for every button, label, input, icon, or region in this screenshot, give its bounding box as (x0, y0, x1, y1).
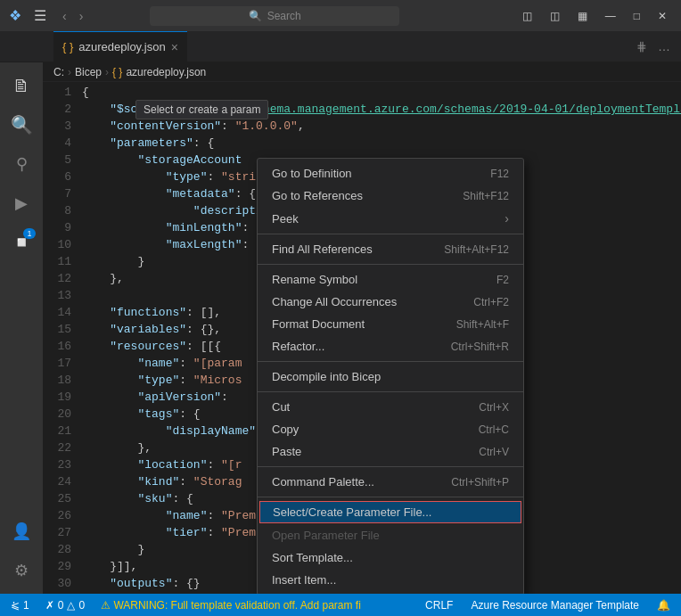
warning-text: ⚠ WARNING: Full template validation off.… (101, 599, 361, 612)
menu-item-goto-references[interactable]: Go to References Shift+F12 (258, 185, 523, 207)
source-control-icon: ⚲ (16, 154, 28, 174)
status-remote[interactable]: ⪁ 1 (7, 594, 33, 616)
close-button[interactable]: ✕ (651, 7, 674, 25)
menu-item-insert-item[interactable]: Insert Item... (258, 569, 523, 591)
status-errors[interactable]: ✗ 0 △ 0 (42, 594, 88, 616)
nav-back-button[interactable]: ‹ (57, 6, 72, 26)
menu-label: Insert Item... (272, 573, 336, 587)
layout-toggle-2[interactable]: ◫ (543, 7, 567, 25)
menu-item-sort-template[interactable]: Sort Template... (258, 546, 523, 569)
menu-item-copy[interactable]: Copy Ctrl+C (258, 418, 523, 440)
breadcrumb-folder[interactable]: Bicep (75, 66, 102, 78)
menu-item-format-document[interactable]: Format Document Shift+Alt+F (258, 313, 523, 335)
title-bar-left: ❖ ☰ ‹ › (7, 5, 88, 26)
hint-text: Select or create a param (144, 103, 260, 116)
activity-item-search[interactable]: 🔍 (5, 109, 37, 141)
menu-separator-6 (258, 497, 523, 497)
search-activity-icon: 🔍 (11, 114, 33, 136)
menu-item-change-all-occurrences[interactable]: Change All Occurrences Ctrl+F2 (258, 291, 523, 313)
menu-separator-4 (258, 391, 523, 392)
menu-separator-5 (258, 466, 523, 467)
settings-icon: ⚙ (14, 561, 29, 580)
menu-item-goto-definition[interactable]: Go to Definition F12 (258, 162, 523, 185)
search-bar[interactable]: 🔍 Search (150, 6, 399, 26)
menu-shortcut: Ctrl+X (479, 401, 509, 414)
code-editor[interactable]: Select or create a param 12345 678910 11… (43, 82, 681, 594)
status-notifications[interactable]: 🔔 (653, 594, 674, 616)
menu-item-peek[interactable]: Peek › (258, 207, 523, 230)
submenu-arrow-icon: › (505, 211, 509, 226)
menu-item-refactor[interactable]: Refactor... Ctrl+Shift+R (258, 335, 523, 357)
split-editor-button[interactable]: ⋕ (633, 37, 651, 55)
title-bar: ❖ ☰ ‹ › 🔍 Search ◫ ◫ ▦ ― □ ✕ (0, 0, 681, 31)
menu-item-rename-symbol[interactable]: Rename Symbol F2 (258, 268, 523, 291)
menu-item-command-palette[interactable]: Command Palette... Ctrl+Shift+P (258, 471, 523, 493)
vscode-logo-icon: ❖ (7, 8, 23, 24)
layout-toggle-3[interactable]: ▦ (570, 7, 595, 25)
menu-label: Sort Template... (272, 551, 353, 564)
menu-shortcut: Shift+F12 (463, 190, 509, 202)
menu-shortcut: Ctrl+C (479, 423, 509, 436)
breadcrumb-file[interactable]: azuredeploy.json (126, 66, 206, 78)
menu-item-find-all-references[interactable]: Find All References Shift+Alt+F12 (258, 238, 523, 260)
search-label: Search (267, 10, 301, 22)
warning-count: 0 (78, 599, 85, 612)
status-bar-left: ⪁ 1 ✗ 0 △ 0 ⚠ WARNING: Full template val… (7, 594, 365, 616)
menu-label: Copy (272, 423, 299, 436)
activity-item-run[interactable]: ▶ (5, 187, 37, 219)
menu-shortcut: Shift+Alt+F (456, 318, 509, 331)
account-icon: 👤 (12, 522, 31, 541)
editor-area: C: › Bicep › { } azuredeploy.json Select… (43, 62, 681, 594)
menu-label: Refactor... (272, 340, 324, 353)
nav-forward-button[interactable]: › (74, 6, 89, 26)
minimize-button[interactable]: ― (598, 7, 623, 25)
title-bar-controls: ◫ ◫ ▦ ― □ ✕ (515, 7, 674, 25)
tab-bar: { } azuredeploy.json × ⋕ … (0, 31, 681, 62)
menu-label: Select/Create Parameter File... (273, 505, 431, 519)
menu-label: Change All Occurrences (272, 295, 397, 308)
menu-shortcut: Ctrl+Shift+P (451, 476, 509, 489)
context-menu: Go to Definition F12 Go to References Sh… (257, 158, 524, 594)
menu-shortcut: Ctrl+F2 (473, 296, 509, 308)
status-encoding[interactable]: CRLF (422, 594, 456, 616)
menu-shortcut: Ctrl+Shift+R (451, 341, 509, 353)
menu-label: Format Document (272, 317, 365, 331)
remote-label: 1 (23, 599, 29, 612)
activity-item-explorer[interactable]: 🗎 (5, 70, 37, 102)
menu-item-select-create-parameter-file[interactable]: Select/Create Parameter File... (259, 501, 521, 523)
activity-item-source-control[interactable]: ⚲ (5, 148, 37, 180)
line-numbers: 12345 678910 1112131415 1617181920 21222… (43, 82, 78, 594)
hamburger-menu-icon[interactable]: ☰ (30, 5, 50, 26)
menu-label: Cut (272, 400, 290, 414)
activity-item-extensions[interactable]: ◽ 1 (5, 226, 37, 259)
maximize-button[interactable]: □ (627, 7, 647, 25)
activity-bar-bottom: 👤 ⚙ (5, 515, 37, 594)
tab-azuredeploy[interactable]: { } azuredeploy.json × (53, 31, 187, 62)
error-count: 0 (58, 599, 64, 612)
status-bar: ⪁ 1 ✗ 0 △ 0 ⚠ WARNING: Full template val… (0, 594, 681, 616)
tab-bar-right: ⋕ … (633, 37, 681, 55)
encoding-label: CRLF (425, 599, 453, 612)
breadcrumb-file-icon: { } (112, 66, 122, 78)
main-layout: 🗎 🔍 ⚲ ▶ ◽ 1 👤 ⚙ C: › Bicep (0, 62, 681, 594)
tab-close-button[interactable]: × (171, 40, 178, 54)
menu-shortcut: F12 (490, 168, 509, 180)
more-actions-button[interactable]: … (654, 37, 674, 55)
status-warning-message[interactable]: ⚠ WARNING: Full template validation off.… (97, 594, 365, 616)
hint-tooltip: Select or create a param (135, 100, 268, 119)
error-icon: ✗ (45, 599, 54, 612)
status-language[interactable]: Azure Resource Manager Template (467, 594, 643, 616)
menu-shortcut: Shift+Alt+F12 (444, 243, 509, 256)
language-label: Azure Resource Manager Template (471, 599, 639, 612)
remote-icon: ⪁ (11, 599, 20, 612)
menu-label: Find All References (272, 242, 373, 256)
activity-item-account[interactable]: 👤 (5, 515, 37, 547)
menu-separator-2 (258, 264, 523, 265)
layout-toggle-1[interactable]: ◫ (515, 7, 539, 25)
activity-item-settings[interactable]: ⚙ (5, 554, 37, 587)
menu-item-decompile-bicep[interactable]: Decompile into Bicep (258, 365, 523, 388)
status-bar-right: CRLF Azure Resource Manager Template 🔔 (422, 594, 674, 616)
menu-item-cut[interactable]: Cut Ctrl+X (258, 396, 523, 418)
breadcrumb-drive[interactable]: C: (53, 66, 64, 78)
menu-item-paste[interactable]: Paste Ctrl+V (258, 440, 523, 463)
